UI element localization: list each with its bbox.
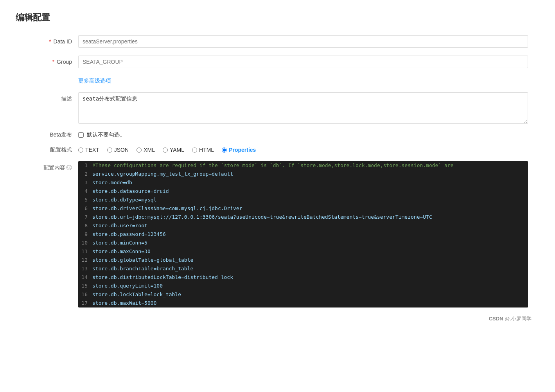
watermark-suffix: @.小罗同学 xyxy=(505,316,532,322)
data-id-row: * Data ID xyxy=(39,35,539,48)
beta-description-text: 默认不要勾选。 xyxy=(87,131,125,138)
format-label: 配置格式 xyxy=(39,146,78,153)
code-line: 1#These configurations are required if t… xyxy=(78,161,528,170)
beta-checkbox[interactable] xyxy=(78,132,84,138)
code-line: 17store.db.maxWait=5000 xyxy=(78,299,528,307)
code-line: 5store.db.dbType=mysql xyxy=(78,196,528,204)
page-title: 编辑配置 xyxy=(16,12,539,23)
beta-label: Beta发布 xyxy=(39,131,78,138)
code-line: 16store.db.lockTable=lock_table xyxy=(78,290,528,299)
watermark-brand: CSDN xyxy=(489,316,503,322)
group-row: * Group xyxy=(39,56,539,68)
data-id-input[interactable] xyxy=(78,35,528,48)
code-line: 8store.db.user=root xyxy=(78,221,528,230)
code-line: 9store.db.password=123456 xyxy=(78,230,528,239)
code-line: 10store.db.minConn=5 xyxy=(78,239,528,247)
format-html[interactable]: HTML xyxy=(192,147,214,153)
format-yaml[interactable]: YAML xyxy=(163,147,184,153)
watermark: CSDN @.小罗同学 xyxy=(39,315,539,322)
description-label: 描述 xyxy=(39,92,78,102)
format-json[interactable]: JSON xyxy=(107,147,129,153)
advanced-options-link[interactable]: 更多高级选项 xyxy=(78,76,111,85)
code-line: 7store.db.url=jdbc:mysql://127.0.0.1:330… xyxy=(78,213,528,221)
code-line: 12store.db.globalTable=global_table xyxy=(78,256,528,264)
beta-row: Beta发布 默认不要勾选。 xyxy=(39,131,539,138)
code-line: 14store.db.distributedLockTable=distribu… xyxy=(78,273,528,282)
code-line: 15store.db.queryLimit=100 xyxy=(78,282,528,290)
description-textarea[interactable]: seata分布式配置信息 xyxy=(78,92,528,124)
code-line: 13store.db.branchTable=branch_table xyxy=(78,264,528,273)
info-icon[interactable]: ⓘ xyxy=(66,165,72,170)
code-line: 6store.db.driverClassName=com.mysql.cj.j… xyxy=(78,204,528,213)
code-lines: 1#These configurations are required if t… xyxy=(78,161,528,307)
code-editor[interactable]: 1#These configurations are required if t… xyxy=(78,161,528,307)
group-input[interactable] xyxy=(78,56,528,68)
format-xml[interactable]: XML xyxy=(137,147,155,153)
code-line: 11store.db.maxConn=30 xyxy=(78,247,528,256)
content-label: 配置内容 ⓘ xyxy=(39,161,78,171)
format-row: 配置格式 TEXT JSON XML YAML xyxy=(39,146,539,153)
code-line: 4store.db.datasource=druid xyxy=(78,187,528,196)
code-line: 3store.mode=db xyxy=(78,178,528,187)
content-row: 配置内容 ⓘ 1#These configurations are requir… xyxy=(39,161,539,307)
format-text[interactable]: TEXT xyxy=(78,147,99,153)
group-label: * Group xyxy=(39,56,78,65)
advanced-row: 更多高级选项 xyxy=(39,76,539,85)
description-row: 描述 seata分布式配置信息 xyxy=(39,92,539,124)
format-options: TEXT JSON XML YAML HTML xyxy=(78,147,256,153)
data-id-label: * Data ID xyxy=(39,35,78,45)
format-properties[interactable]: Properties xyxy=(222,147,256,153)
code-line: 2service.vgroupMapping.my_test_tx_group=… xyxy=(78,170,528,178)
